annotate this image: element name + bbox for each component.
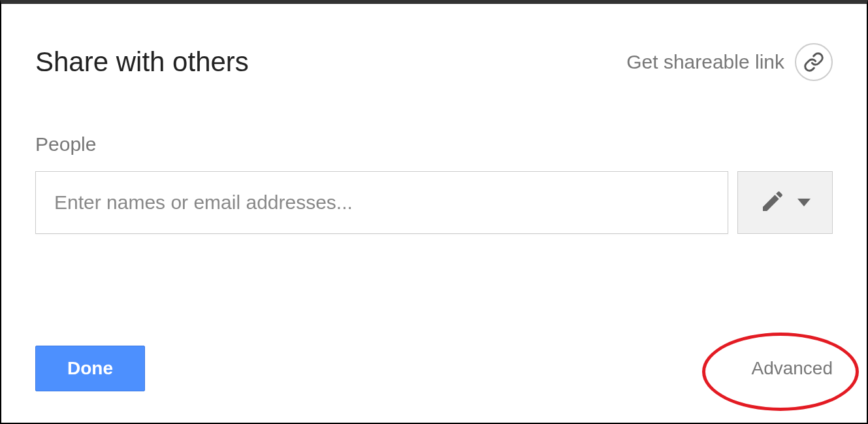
dialog-header: Share with others Get shareable link [35, 43, 833, 81]
dialog-footer: Done Advanced [35, 346, 833, 391]
shareable-link-label: Get shareable link [626, 51, 784, 73]
dialog-title: Share with others [35, 46, 249, 78]
done-button[interactable]: Done [35, 346, 145, 391]
permissions-dropdown-button[interactable] [737, 171, 833, 234]
people-input-row [35, 171, 833, 234]
link-icon [795, 43, 833, 81]
chevron-down-icon [797, 199, 811, 206]
people-label: People [35, 133, 833, 155]
people-input[interactable] [35, 171, 728, 234]
get-shareable-link-button[interactable]: Get shareable link [626, 43, 833, 81]
share-dialog: Share with others Get shareable link Peo… [0, 0, 868, 424]
pencil-icon [760, 188, 786, 217]
advanced-link[interactable]: Advanced [751, 358, 833, 379]
